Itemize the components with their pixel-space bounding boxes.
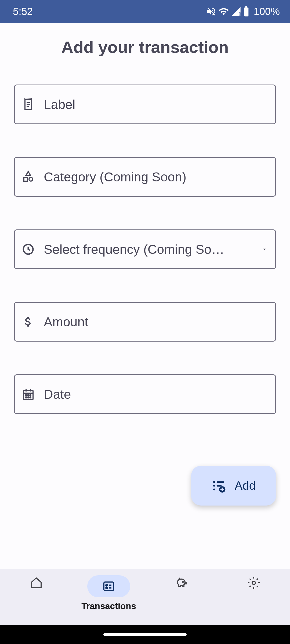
svg-point-22 bbox=[213, 485, 215, 487]
svg-point-20 bbox=[213, 481, 215, 483]
svg-rect-3 bbox=[245, 6, 247, 8]
add-button[interactable]: Add bbox=[191, 466, 276, 506]
bottom-nav: Transactions bbox=[0, 569, 290, 625]
receipt-icon bbox=[22, 98, 35, 111]
svg-rect-2 bbox=[244, 8, 248, 16]
svg-rect-7 bbox=[24, 177, 28, 181]
piggy-icon bbox=[175, 576, 188, 589]
nav-settings[interactable] bbox=[218, 575, 290, 590]
list-add-icon bbox=[212, 478, 227, 493]
status-time: 5:52 bbox=[13, 6, 33, 17]
svg-point-34 bbox=[252, 581, 255, 584]
nav-transactions[interactable]: Transactions bbox=[73, 575, 145, 611]
svg-rect-1 bbox=[239, 13, 240, 16]
date-field[interactable]: Date bbox=[14, 374, 276, 414]
status-bar: 5:52 100% bbox=[0, 0, 290, 23]
svg-rect-21 bbox=[217, 481, 224, 483]
nav-transactions-label: Transactions bbox=[81, 601, 136, 611]
date-placeholder: Date bbox=[44, 387, 268, 402]
chevron-down-icon bbox=[261, 246, 268, 253]
nav-savings[interactable] bbox=[145, 575, 218, 590]
battery-percentage: 100% bbox=[254, 6, 280, 17]
svg-point-24 bbox=[213, 489, 215, 491]
wifi-icon bbox=[218, 6, 229, 17]
svg-rect-23 bbox=[217, 485, 222, 487]
svg-rect-28 bbox=[104, 582, 114, 591]
svg-point-8 bbox=[29, 177, 33, 181]
signal-icon bbox=[231, 6, 241, 17]
svg-point-14 bbox=[26, 395, 27, 396]
svg-point-18 bbox=[28, 397, 29, 398]
svg-point-31 bbox=[106, 587, 107, 589]
dollar-icon bbox=[22, 315, 35, 328]
transactions-icon bbox=[102, 580, 115, 593]
amount-field[interactable]: Amount bbox=[14, 302, 276, 342]
calendar-icon bbox=[22, 388, 35, 401]
gear-icon bbox=[247, 576, 260, 589]
svg-point-15 bbox=[28, 395, 29, 396]
category-field[interactable]: Category (Coming Soon) bbox=[14, 157, 276, 197]
home-icon bbox=[30, 576, 43, 589]
shapes-icon bbox=[22, 170, 35, 183]
label-placeholder: Label bbox=[44, 97, 268, 112]
svg-rect-27 bbox=[220, 489, 224, 490]
add-button-label: Add bbox=[235, 479, 256, 492]
clock-icon bbox=[22, 243, 35, 256]
svg-point-29 bbox=[106, 584, 107, 586]
nav-home[interactable] bbox=[0, 575, 73, 590]
svg-point-16 bbox=[30, 395, 31, 396]
status-right: 100% bbox=[206, 6, 280, 17]
frequency-field[interactable]: Select frequency (Coming So… bbox=[14, 229, 276, 269]
battery-icon bbox=[243, 6, 249, 17]
category-placeholder: Category (Coming Soon) bbox=[44, 170, 268, 184]
home-indicator[interactable] bbox=[103, 633, 187, 636]
page-title: Add your transaction bbox=[14, 38, 276, 57]
mute-icon bbox=[206, 6, 217, 17]
svg-point-17 bbox=[26, 397, 27, 398]
frequency-placeholder: Select frequency (Coming So… bbox=[44, 242, 258, 257]
system-bottom-bar bbox=[0, 625, 290, 644]
svg-point-33 bbox=[182, 581, 183, 582]
status-icons bbox=[206, 6, 249, 17]
svg-point-19 bbox=[30, 397, 31, 398]
amount-placeholder: Amount bbox=[44, 314, 268, 329]
label-field[interactable]: Label bbox=[14, 85, 276, 124]
